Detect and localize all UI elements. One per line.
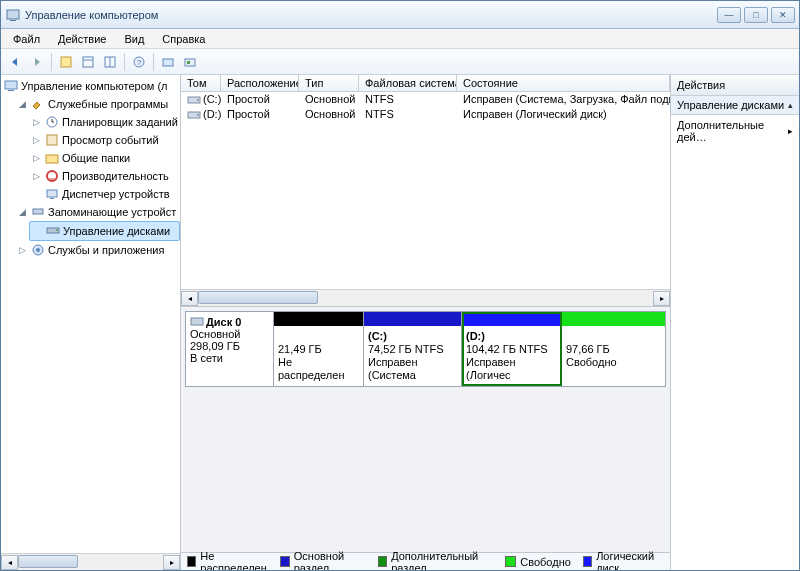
services-icon <box>30 242 46 258</box>
tree-label: Служебные программы <box>48 98 168 110</box>
tree-device-manager[interactable]: Диспетчер устройств <box>29 185 180 203</box>
partition-unallocated[interactable]: 21,49 ГБ Не распределен <box>274 312 364 386</box>
swatch-blue <box>583 556 592 567</box>
tree-label: Управление компьютером (л <box>21 80 168 92</box>
disk-info: Диск 0 Основной 298,09 ГБ В сети <box>186 312 274 386</box>
scroll-track[interactable] <box>18 555 163 570</box>
minimize-button[interactable]: — <box>717 7 741 23</box>
views-button[interactable] <box>78 52 98 72</box>
app-icon <box>5 7 21 23</box>
tree-task-scheduler[interactable]: ▷Планировщик заданий <box>29 113 180 131</box>
up-button[interactable] <box>56 52 76 72</box>
svg-rect-5 <box>83 57 93 67</box>
col-filesystem[interactable]: Файловая система <box>359 75 457 91</box>
svg-rect-25 <box>33 209 43 214</box>
volume-fs: NTFS <box>359 107 457 122</box>
partition-c[interactable]: (C:) 74,52 ГБ NTFS Исправен (Система <box>364 312 462 386</box>
menu-file[interactable]: Файл <box>5 31 48 47</box>
disk-pane: Диск 0 Основной 298,09 ГБ В сети 21,49 Г… <box>181 307 670 570</box>
back-button[interactable] <box>5 52 25 72</box>
scroll-thumb[interactable] <box>198 291 318 304</box>
legend-unallocated: Не распределен <box>187 550 268 571</box>
device-icon <box>44 186 60 202</box>
disk-label: Диск 0 <box>206 316 241 328</box>
actions-more[interactable]: Дополнительные дей… ▸ <box>671 115 799 147</box>
tree-services[interactable]: ▷ Службы и приложения <box>15 241 180 259</box>
collapse-icon[interactable]: ◢ <box>17 207 28 218</box>
tree-system-tools[interactable]: ◢ Служебные программы <box>15 95 180 113</box>
col-volume[interactable]: Том <box>181 75 221 91</box>
collapse-icon[interactable]: ▴ <box>788 100 793 110</box>
maximize-button[interactable]: □ <box>744 7 768 23</box>
partition-header <box>562 312 665 326</box>
scroll-left-button[interactable]: ◂ <box>181 291 198 306</box>
tree-pane: Управление компьютером (л ◢ Служебные пр… <box>1 75 181 570</box>
expand-icon[interactable]: ▷ <box>31 117 42 128</box>
toolbar-separator-2 <box>124 53 125 71</box>
volume-name: (C:) <box>181 92 221 107</box>
volume-row[interactable]: (C:) Простой Основной NTFS Исправен (Сис… <box>181 92 670 107</box>
extra-button-1[interactable] <box>158 52 178 72</box>
partition-free[interactable]: 97,66 ГБ Свободно <box>562 312 665 386</box>
scroll-left-button[interactable]: ◂ <box>1 555 18 570</box>
tree-performance[interactable]: ▷Производительность <box>29 167 180 185</box>
svg-marker-3 <box>35 58 40 66</box>
tree-shared-folders[interactable]: ▷Общие папки <box>29 149 180 167</box>
tree-disk-management[interactable]: Управление дисками <box>29 221 180 241</box>
actions-section-label: Управление дисками <box>677 99 784 111</box>
col-layout[interactable]: Расположение <box>221 75 299 91</box>
scroll-track[interactable] <box>198 291 653 306</box>
volume-fs: NTFS <box>359 92 457 107</box>
col-status[interactable]: Состояние <box>457 75 670 91</box>
tree-event-viewer[interactable]: ▷Просмотр событий <box>29 131 180 149</box>
swatch-darkgreen <box>378 556 387 567</box>
scroll-right-button[interactable]: ▸ <box>653 291 670 306</box>
col-type[interactable]: Тип <box>299 75 359 91</box>
disk-icon <box>190 316 204 328</box>
disk-status: В сети <box>190 352 269 364</box>
volume-type: Основной <box>299 92 359 107</box>
tree-storage[interactable]: ◢ Запоминающие устройст <box>15 203 180 221</box>
scroll-right-button[interactable]: ▸ <box>163 555 180 570</box>
disk-row[interactable]: Диск 0 Основной 298,09 ГБ В сети 21,49 Г… <box>185 311 666 387</box>
expand-icon[interactable]: ▷ <box>31 153 42 164</box>
expand-icon[interactable]: ▷ <box>17 245 28 256</box>
storage-icon <box>30 204 46 220</box>
tree-label: Запоминающие устройст <box>48 206 176 218</box>
tree-label: Просмотр событий <box>62 134 159 146</box>
volume-layout: Простой <box>221 107 299 122</box>
actions-section[interactable]: Управление дисками ▴ <box>671 96 799 115</box>
extra-button-2[interactable] <box>180 52 200 72</box>
window-controls: — □ ✕ <box>717 7 795 23</box>
tree-label: Общие папки <box>62 152 130 164</box>
menu-help[interactable]: Справка <box>154 31 213 47</box>
actions-header: Действия <box>671 75 799 96</box>
legend-free: Свободно <box>505 556 571 568</box>
legend-extended: Дополнительный раздел <box>378 550 493 571</box>
expand-icon[interactable]: ▷ <box>31 135 42 146</box>
expand-icon[interactable]: ▷ <box>31 171 42 182</box>
svg-point-33 <box>197 114 199 116</box>
svg-rect-34 <box>191 318 203 325</box>
svg-point-31 <box>197 99 199 101</box>
tree-scrollbar[interactable]: ◂ ▸ <box>1 553 180 570</box>
menu-action[interactable]: Действие <box>50 31 114 47</box>
scroll-thumb[interactable] <box>18 555 78 568</box>
menu-view[interactable]: Вид <box>116 31 152 47</box>
partition-d[interactable]: (D:) 104,42 ГБ NTFS Исправен (Логичес <box>462 312 562 386</box>
volume-status: Исправен (Логический диск) <box>457 107 670 122</box>
main-window: Управление компьютером — □ ✕ Файл Действ… <box>0 0 800 571</box>
volume-layout: Простой <box>221 92 299 107</box>
forward-button[interactable] <box>27 52 47 72</box>
help-button[interactable]: ? <box>129 52 149 72</box>
volume-list-scrollbar[interactable]: ◂ ▸ <box>181 289 670 306</box>
svg-rect-4 <box>61 57 71 67</box>
collapse-icon[interactable]: ◢ <box>17 99 28 110</box>
drive-icon <box>187 109 201 121</box>
volume-row[interactable]: (D:) Простой Основной NTFS Исправен (Лог… <box>181 107 670 122</box>
tree-root[interactable]: Управление компьютером (л <box>1 77 180 95</box>
svg-rect-19 <box>47 135 57 145</box>
close-button[interactable]: ✕ <box>771 7 795 23</box>
refresh-button[interactable] <box>100 52 120 72</box>
svg-rect-13 <box>187 61 190 64</box>
